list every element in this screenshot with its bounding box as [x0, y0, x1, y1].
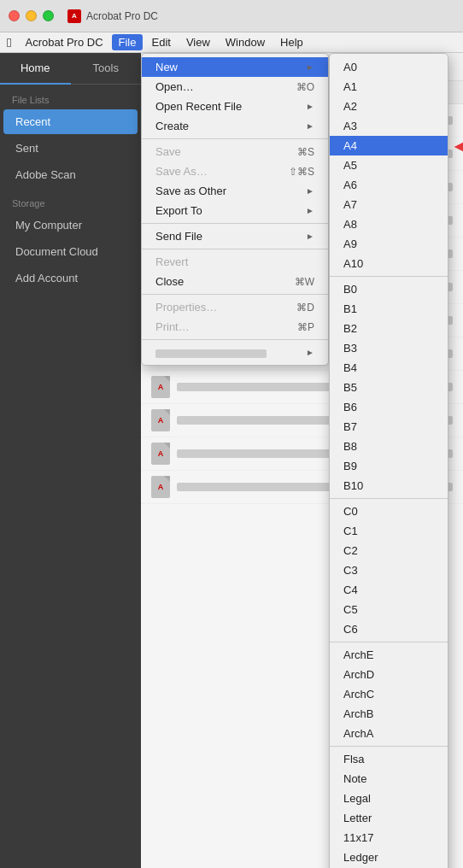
- sidebar-item-add-account[interactable]: Add Account: [3, 266, 138, 290]
- menu-item-open-shortcut: ⌘O: [296, 81, 314, 93]
- submenu-item-a0[interactable]: A0: [330, 57, 448, 77]
- submenu-item-b6[interactable]: B6: [330, 397, 448, 417]
- submenu-item-c5[interactable]: C5: [330, 600, 448, 619]
- file-icon: A: [151, 443, 170, 465]
- menubar-edit[interactable]: Edit: [144, 34, 177, 50]
- submenu-item-a3[interactable]: A3: [330, 116, 448, 136]
- menu-item-open[interactable]: Open… ⌘O: [142, 77, 328, 97]
- menu-item-properties: Properties… ⌘D: [142, 297, 328, 317]
- submenu-item-c6[interactable]: C6: [330, 619, 448, 639]
- submenu-item-c0[interactable]: C0: [330, 501, 448, 521]
- submenu-item-legal[interactable]: Legal: [330, 789, 448, 808]
- submenu-item-a10[interactable]: A10: [330, 254, 448, 273]
- close-button[interactable]: [9, 10, 20, 21]
- menu-item-new[interactable]: New ►: [142, 57, 328, 77]
- menu-item-close[interactable]: Close ⌘W: [142, 272, 328, 291]
- file-icon: A: [151, 476, 170, 498]
- submenu-item-b9[interactable]: B9: [330, 456, 448, 476]
- sidebar-tabs: Home Tools: [0, 53, 141, 85]
- submenu-item-flsa[interactable]: Flsa: [330, 749, 448, 769]
- menu-item-close-label: Close: [155, 275, 184, 288]
- sidebar-item-my-computer[interactable]: My Computer: [3, 213, 138, 238]
- menubar-help[interactable]: Help: [273, 34, 310, 50]
- menu-divider-2: [142, 223, 328, 224]
- window-controls[interactable]: [9, 10, 54, 21]
- submenu-item-arche[interactable]: ArchE: [330, 645, 448, 665]
- submenu-item-a2[interactable]: A2: [330, 97, 448, 116]
- submenu-item-b3[interactable]: B3: [330, 338, 448, 358]
- submenu-item-archb[interactable]: ArchB: [330, 704, 448, 724]
- submenu-item-b7[interactable]: B7: [330, 417, 448, 437]
- submenu-item-archc[interactable]: ArchC: [330, 684, 448, 704]
- minimize-button[interactable]: [26, 10, 37, 21]
- maximize-button[interactable]: [43, 10, 54, 21]
- menu-item-open-recent-arrow: ►: [306, 102, 314, 111]
- menu-item-save-label: Save: [155, 145, 181, 158]
- submenu-item-b1[interactable]: B1: [330, 299, 448, 319]
- menu-item-properties-shortcut: ⌘D: [296, 302, 314, 314]
- menu-item-create[interactable]: Create ►: [142, 116, 328, 136]
- menu-item-save: Save ⌘S: [142, 142, 328, 161]
- menu-item-export-label: Export To: [155, 204, 202, 217]
- submenu-item-b10[interactable]: B10: [330, 476, 448, 496]
- submenu-item-ledger[interactable]: Ledger: [330, 847, 448, 867]
- menubar-acrobat[interactable]: Acrobat Pro DC: [18, 34, 109, 50]
- submenu-item-a4[interactable]: A4 ◀: [330, 136, 448, 155]
- submenu-item-a5[interactable]: A5: [330, 155, 448, 175]
- menu-item-print: Print… ⌘P: [142, 317, 328, 337]
- sidebar-item-adobe-scan[interactable]: Adobe Scan: [3, 162, 138, 187]
- submenu-item-a9[interactable]: A9: [330, 234, 448, 254]
- file-menu[interactable]: New ► Open… ⌘O Open Recent File ► Create…: [141, 53, 329, 366]
- sidebar-item-recent[interactable]: Recent: [3, 109, 138, 134]
- menu-item-send[interactable]: Send File ►: [142, 226, 328, 246]
- apple-menu-item[interactable]: : [7, 35, 11, 50]
- submenu-item-b5[interactable]: B5: [330, 378, 448, 397]
- menu-item-save-shortcut: ⌘S: [297, 146, 314, 158]
- submenu-item-archd[interactable]: ArchD: [330, 665, 448, 684]
- menubar-window[interactable]: Window: [219, 34, 272, 50]
- tab-home[interactable]: Home: [0, 53, 71, 85]
- submenu-item-c1[interactable]: C1: [330, 521, 448, 541]
- menu-item-revert: Revert: [142, 252, 328, 272]
- submenu-item-a6[interactable]: A6: [330, 175, 448, 195]
- submenu-item-11x17[interactable]: 11x17: [330, 828, 448, 847]
- sidebar-item-sent[interactable]: Sent: [3, 136, 138, 161]
- submenu-item-c3[interactable]: C3: [330, 560, 448, 580]
- submenu-item-a7[interactable]: A7: [330, 195, 448, 214]
- menu-item-save-other-arrow: ►: [306, 186, 314, 196]
- new-submenu[interactable]: A0 A1 A2 A3 A4 ◀ A5 A6 A7 A8 A9 A10 B0 B…: [329, 53, 448, 868]
- submenu-item-a1[interactable]: A1: [330, 77, 448, 97]
- submenu-item-b4[interactable]: B4: [330, 358, 448, 378]
- submenu-item-archa[interactable]: ArchA: [330, 724, 448, 743]
- menubar:  Acrobat Pro DC File Edit View Window H…: [0, 32, 463, 53]
- submenu-item-c2[interactable]: C2: [330, 541, 448, 560]
- sidebar-item-document-cloud[interactable]: Document Cloud: [3, 239, 138, 264]
- menu-item-create-arrow: ►: [306, 121, 314, 131]
- app-title: A Acrobat Pro DC: [67, 9, 158, 23]
- menu-item-open-recent[interactable]: Open Recent File ►: [142, 97, 328, 116]
- menu-item-print-shortcut: ⌘P: [297, 321, 314, 333]
- submenu-item-a8[interactable]: A8: [330, 214, 448, 234]
- submenu-item-b8[interactable]: B8: [330, 437, 448, 456]
- a4-arrow-indicator: ◀: [454, 137, 463, 155]
- file-icon: A: [151, 409, 170, 431]
- submenu-item-letter[interactable]: Letter: [330, 808, 448, 828]
- tab-tools[interactable]: Tools: [71, 53, 142, 84]
- app-name-label: Acrobat Pro DC: [86, 10, 158, 22]
- submenu-divider-3: [330, 642, 448, 642]
- menu-item-open-label: Open…: [155, 80, 194, 93]
- menubar-view[interactable]: View: [179, 34, 217, 50]
- menu-item-save-as-shortcut: ⇧⌘S: [289, 166, 314, 178]
- menu-item-save-other[interactable]: Save as Other ►: [142, 181, 328, 201]
- submenu-divider-4: [330, 746, 448, 747]
- submenu-item-b2[interactable]: B2: [330, 319, 448, 338]
- submenu-item-b0[interactable]: B0: [330, 279, 448, 299]
- submenu-item-c4[interactable]: C4: [330, 580, 448, 600]
- menubar-file[interactable]: File: [112, 34, 144, 50]
- menu-item-save-other-label: Save as Other: [155, 185, 226, 197]
- file-icon: A: [151, 376, 170, 398]
- menu-item-save-as: Save As… ⇧⌘S: [142, 161, 328, 181]
- menu-item-blurred[interactable]: ►: [142, 343, 328, 361]
- submenu-item-note[interactable]: Note: [330, 769, 448, 789]
- menu-item-export[interactable]: Export To ►: [142, 201, 328, 220]
